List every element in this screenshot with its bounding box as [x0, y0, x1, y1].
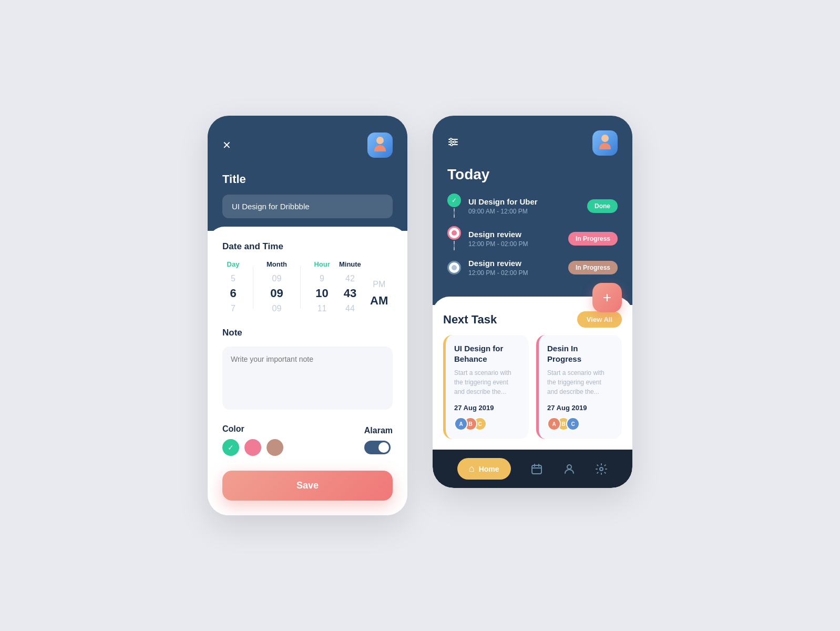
note-section-title: Note	[222, 328, 393, 338]
right-avatar-figure	[597, 135, 613, 151]
prev-minute: 42	[345, 272, 355, 285]
filter-icon[interactable]	[447, 136, 459, 150]
timeline-line-1	[454, 208, 455, 218]
save-button[interactable]: Save	[222, 471, 393, 501]
current-month: 09	[270, 286, 283, 301]
datetime-section-title: Date and Time	[222, 241, 393, 252]
color-brown[interactable]	[267, 439, 283, 456]
timeline-line-2	[454, 241, 455, 250]
home-icon: ⌂	[469, 463, 475, 474]
timeline-dot-2	[447, 226, 461, 240]
timeline-item-2: Design review 12:00 PM - 02:00 PM In Pro…	[447, 226, 618, 251]
svg-point-3	[450, 138, 452, 140]
card-date-1: 27 Aug 2019	[454, 404, 520, 412]
datetime-picker: Day 5 6 7 Month 09 09 09 Hour 9 10 1	[222, 260, 393, 315]
color-green[interactable]: ✓	[222, 439, 239, 456]
next-task-title: Next Task	[443, 313, 497, 327]
hour-picker[interactable]: Hour 9 10 11	[314, 260, 330, 315]
card-date-2: 27 Aug 2019	[547, 404, 613, 412]
right-header: Today ✓ UI Design for Uber 09:00 AM - 12…	[433, 116, 632, 305]
current-ampm: AM	[370, 292, 388, 309]
prev-hour: 9	[320, 272, 324, 285]
current-hour: 10	[315, 286, 328, 301]
svg-point-4	[454, 141, 456, 143]
picker-divider-1	[253, 267, 253, 309]
card-avatars-2: A B C	[547, 417, 613, 431]
card-title-1: UI Design for Behance	[454, 343, 520, 364]
timeline-item-1: ✓ UI Design for Uber 09:00 AM - 12:00 PM…	[447, 194, 618, 219]
right-screen: Today ✓ UI Design for Uber 09:00 AM - 12…	[433, 116, 632, 488]
left-header: ✕ Title UI Design for Dribbble	[208, 116, 407, 231]
note-textarea[interactable]	[222, 347, 393, 410]
task-name-2: Design review	[468, 230, 561, 239]
timeline-dot-3	[447, 261, 461, 274]
minute-label: Minute	[339, 260, 361, 268]
current-day: 6	[230, 286, 236, 301]
color-section: Color ✓	[222, 424, 283, 456]
task-card-2[interactable]: Desin In Progress Start a scenario with …	[536, 335, 622, 439]
status-badge-2: In Progress	[568, 232, 618, 246]
timeline-item-3: Design review 12:00 PM - 02:00 PM In Pro…	[447, 259, 618, 277]
dot-wrap-2	[447, 226, 461, 251]
nav-calendar[interactable]	[530, 463, 543, 475]
check-mark-1: ✓	[452, 197, 457, 204]
today-title: Today	[447, 166, 618, 183]
alarm-toggle[interactable]	[364, 441, 391, 454]
color-pink[interactable]	[244, 439, 261, 456]
alarm-label: Alaram	[364, 426, 393, 435]
nav-settings[interactable]	[595, 463, 608, 475]
month-label: Month	[267, 260, 287, 268]
title-section-label: Title	[222, 172, 393, 186]
day-picker[interactable]: Day 5 6 7	[227, 260, 240, 315]
nav-home-button[interactable]: ⌂ Home	[457, 458, 511, 480]
fab-button[interactable]: +	[592, 283, 622, 312]
task-cards: UI Design for Behance Start a scenario w…	[443, 335, 622, 439]
avatar-head	[376, 137, 384, 144]
ampm-picker[interactable]: - PM AM	[370, 266, 388, 309]
dot-wrap-1: ✓	[447, 194, 461, 219]
card-desc-1: Start a scenario with the triggering eve…	[454, 368, 520, 396]
right-avatar-head	[601, 135, 609, 142]
check-icon: ✓	[228, 443, 234, 452]
task-info-2: Design review 12:00 PM - 02:00 PM	[468, 230, 561, 248]
nav-profile[interactable]	[563, 463, 576, 475]
mini-avatar-2c: C	[566, 417, 580, 431]
alarm-section: Alaram	[364, 426, 393, 454]
timeline-dot-1: ✓	[447, 194, 461, 207]
status-badge-1: Done	[587, 199, 618, 213]
minute-picker[interactable]: Minute 42 43 44	[339, 260, 361, 315]
task-timeline: ✓ UI Design for Uber 09:00 AM - 12:00 PM…	[447, 194, 618, 284]
card-desc-2: Start a scenario with the triggering eve…	[547, 368, 613, 396]
left-body: Date and Time Day 5 6 7 Month 09 09 09	[208, 227, 407, 515]
next-day: 7	[231, 302, 235, 315]
prev-ampm: PM	[373, 278, 385, 291]
status-badge-3: In Progress	[568, 261, 618, 274]
left-header-top: ✕	[222, 133, 393, 158]
task-card-1[interactable]: UI Design for Behance Start a scenario w…	[443, 335, 529, 439]
view-all-button[interactable]: View All	[577, 311, 622, 328]
month-picker[interactable]: Month 09 09 09	[267, 260, 287, 315]
card-avatars-1: A B C	[454, 417, 520, 431]
right-body: + Next Task View All UI Design for Behan…	[433, 297, 632, 450]
prev-month: 09	[272, 272, 282, 285]
svg-point-11	[600, 467, 603, 471]
svg-point-5	[450, 144, 453, 146]
dot-inner-2	[452, 230, 457, 236]
title-input[interactable]: UI Design for Dribbble	[222, 195, 393, 218]
home-label: Home	[479, 465, 499, 473]
color-dots: ✓	[222, 439, 283, 456]
task-time-3: 12:00 PM - 02:00 PM	[468, 269, 561, 277]
next-hour: 11	[317, 302, 327, 315]
day-label: Day	[227, 260, 240, 268]
close-icon[interactable]: ✕	[222, 139, 231, 151]
alarm-row	[364, 441, 393, 454]
task-info-3: Design review 12:00 PM - 02:00 PM	[468, 259, 561, 277]
toggle-knob	[378, 442, 389, 453]
task-name-3: Design review	[468, 259, 561, 268]
right-header-top	[447, 130, 618, 156]
dot-wrap-3	[447, 261, 461, 274]
task-info-1: UI Design for Uber 09:00 AM - 12:00 PM	[468, 197, 580, 215]
task-name-1: UI Design for Uber	[468, 197, 580, 206]
avatar-figure	[372, 137, 388, 154]
avatar	[367, 133, 393, 158]
